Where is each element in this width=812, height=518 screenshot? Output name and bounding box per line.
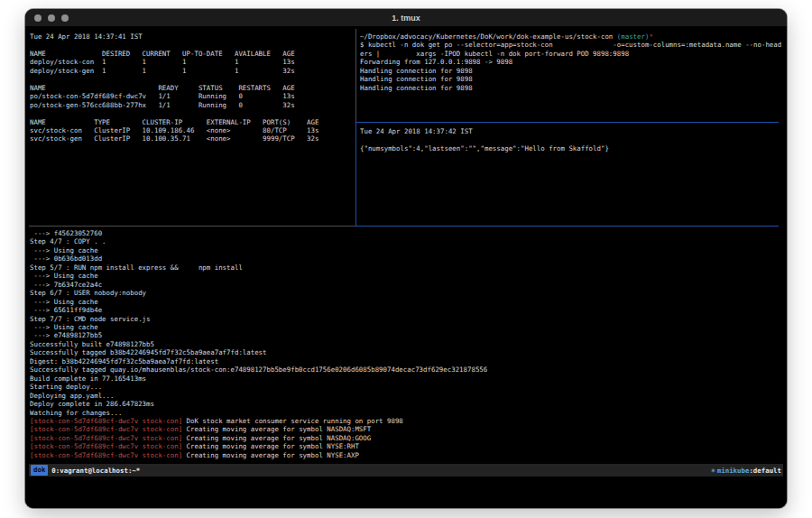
terminal-line: ~/Dropbox/advocacy/Kubernetes/DoK/work/d… [360, 32, 785, 41]
minimize-button[interactable] [48, 14, 55, 22]
terminal-line: ---> f45623052760 [30, 229, 784, 237]
pane-divider-horizontal-inactive[interactable] [29, 226, 355, 227]
terminal-line: svc/stock-con ClusterIP 10.109.186.46 <n… [30, 126, 355, 134]
terminal-line: ers | xargs -IPOD kubectl -n dok port-fo… [360, 50, 785, 58]
terminal-line: Handling connection for 9898 [360, 84, 785, 92]
window-title: 1. tmux [25, 9, 787, 27]
terminal-line: Starting deploy... [30, 383, 784, 391]
terminal-line: Forwarding from 127.0.0.1:9898 -> 9898 [360, 58, 785, 66]
session-name-badge[interactable]: dok [31, 465, 48, 476]
terminal-line: [stock-con-5d7df689cf-dwc7v stock-con] C… [30, 434, 784, 442]
pane-divider-vertical-inactive[interactable] [355, 29, 356, 122]
terminal-line: svc/stock-gen ClusterIP 10.100.35.71 <no… [30, 134, 355, 143]
terminal-line: Tue 24 Apr 2018 14:37:41 IST [30, 32, 355, 41]
status-window-label[interactable]: 0:vagrant@localhost:~* [51, 467, 140, 475]
active-pane-border-left[interactable] [355, 122, 356, 227]
terminal-line: NAME DESIRED CURRENT UP-TO-DATE AVAILABL… [30, 50, 355, 58]
terminal-line: [stock-con-5d7df689cf-dwc7v stock-con] C… [30, 451, 784, 459]
terminal-line: ---> Using cache [30, 323, 784, 331]
terminal-line: Successfully tagged quay.io/mhausenblas/… [30, 365, 784, 374]
terminal-line [30, 109, 355, 117]
terminal-line: $ kubectl -n dok get po --selector=app=s… [360, 41, 785, 49]
terminal-line [30, 41, 355, 49]
terminal-line: NAME TYPE CLUSTER-IP EXTERNAL-IP PORT(S)… [30, 118, 355, 126]
tmux-terminal: Tue 24 Apr 2018 14:37:41 IST NAME DESIRE… [25, 27, 787, 508]
terminal-line: {"numsymbols":4,"lastseen":"","message":… [360, 144, 785, 153]
terminal-line: Build complete in 77.165413ms [30, 375, 784, 383]
terminal-line: Step 5/7 : RUN npm install express && np… [30, 264, 784, 272]
terminal-line: ---> 7b6347ce2a4c [30, 281, 784, 289]
terminal-line: Watching for changes... [30, 409, 784, 417]
terminal-line: Successfully tagged b38b42246945fd7f32c5… [30, 348, 784, 356]
terminal-line [30, 75, 355, 83]
terminal-line: ---> Using cache [30, 246, 784, 254]
terminal-line: NAME READY STATUS RESTARTS AGE [30, 84, 355, 92]
terminal-line: ---> e74898127bb5 [30, 331, 784, 339]
pane-curl-output[interactable]: Tue 24 Apr 2018 14:37:42 IST {"numsymbol… [360, 127, 785, 224]
terminal-line: ---> Using cache [30, 272, 784, 280]
traffic-lights [34, 14, 69, 22]
terminal-line: Step 6/7 : USER nobody:nobody [30, 289, 784, 297]
terminal-line: deploy/stock-con 1 1 1 1 13s [30, 58, 355, 66]
terminal-line: Successfully built e74898127bb5 [30, 340, 784, 348]
terminal-line: Step 7/7 : CMD node service.js [30, 315, 784, 323]
pane-skaffold-dev[interactable]: ---> f45623052760Step 4/7 : COPY . . ---… [30, 229, 784, 462]
terminal-line: Digest: b38b42246945fd7f32c5ba9aea7af7fd… [30, 357, 784, 365]
pane-port-forward[interactable]: ~/Dropbox/advocacy/Kubernetes/DoK/work/d… [360, 32, 785, 121]
terminal-line: Tue 24 Apr 2018 14:37:42 IST [360, 127, 785, 135]
terminal-line: ---> 65611ff9db4e [30, 306, 784, 314]
terminal-line: Deploying app.yaml... [30, 392, 784, 400]
active-pane-border-bottom[interactable] [356, 226, 779, 227]
terminal-line: po/stock-gen-576cc688bb-277hx 1/1 Runnin… [30, 101, 355, 109]
terminal-line: Handling connection for 9898 [360, 67, 785, 75]
terminal-line: ---> Using cache [30, 298, 784, 306]
status-kube-namespace: :default [749, 467, 781, 475]
terminal-window: 1. tmux Tue 24 Apr 2018 14:37:41 IST NAM… [25, 9, 787, 508]
terminal-line: [stock-con-5d7df689cf-dwc7v stock-con] C… [30, 425, 784, 433]
terminal-line: ---> 0b636bd013dd [30, 254, 784, 263]
terminal-line: Deploy complete in 286.647823ms [30, 400, 784, 408]
pane-kubectl-watch[interactable]: Tue 24 Apr 2018 14:37:41 IST NAME DESIRE… [30, 32, 355, 224]
window-titlebar[interactable]: 1. tmux [25, 9, 787, 27]
kubernetes-helm-icon: ⎈ [711, 467, 715, 475]
tmux-status-bar: dok 0:vagrant@localhost:~* ⎈ minikube :d… [29, 464, 783, 476]
terminal-line: po/stock-con-5d7df689cf-dwc7v 1/1 Runnin… [30, 92, 355, 100]
terminal-line: [stock-con-5d7df689cf-dwc7v stock-con] C… [30, 442, 784, 450]
close-button[interactable] [34, 14, 42, 22]
terminal-line: deploy/stock-gen 1 1 1 1 32s [30, 67, 355, 75]
terminal-line: [stock-con-5d7df689cf-dwc7v stock-con] D… [30, 417, 784, 425]
active-pane-border-top[interactable] [356, 122, 779, 123]
zoom-button[interactable] [61, 14, 69, 22]
terminal-line: Step 4/7 : COPY . . [30, 237, 784, 245]
terminal-line: Handling connection for 9898 [360, 75, 785, 83]
terminal-line [360, 135, 785, 143]
status-kube-context: minikube [717, 467, 750, 475]
